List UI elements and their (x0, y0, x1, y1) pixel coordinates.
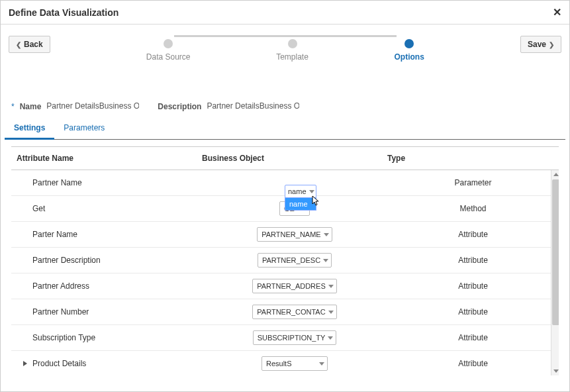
attribute-name-text: Product Details (32, 359, 86, 368)
name-field[interactable]: Partner DetailsBusiness Ob (46, 101, 139, 111)
cell-type: Parameter (387, 178, 559, 187)
tabstrip: Settings Parameters (5, 118, 565, 140)
scroll-up-icon[interactable] (553, 173, 559, 176)
col-type: Type (387, 154, 559, 163)
business-object-value: PARTNER_NAME (261, 230, 320, 238)
cell-attribute-name: Partner Address (17, 281, 202, 291)
close-icon[interactable]: ✕ (553, 6, 561, 19)
attribute-name-text: Partner Number (32, 307, 89, 317)
name-label: Name (20, 102, 42, 111)
description-label: Description (158, 102, 201, 111)
modal-title: Define Data Visualization (9, 7, 119, 18)
business-object-select[interactable]: SUBSCRIPTION_TY (253, 330, 337, 345)
step-label: Data Source (146, 52, 191, 62)
step-template[interactable]: Template (276, 39, 309, 62)
business-object-value: PARTNER_CONTAC (257, 308, 325, 316)
table-body: name name Partner NameParameterGetGEMeth… (11, 170, 559, 375)
back-button-label: Back (24, 40, 43, 49)
cell-attribute-name: Get (17, 204, 202, 213)
dropdown-value: name (288, 187, 307, 195)
mouse-cursor-icon (312, 195, 322, 208)
cell-business-object: PARTNER_DESC (202, 253, 387, 268)
step-circle-icon (164, 39, 173, 48)
chevron-right-icon: ❯ (549, 41, 554, 48)
cell-business-object: ResultS (202, 356, 387, 371)
cell-type: Attribute (387, 230, 559, 239)
step-options[interactable]: Options (394, 39, 424, 62)
cell-attribute-name: Partner Number (17, 307, 202, 317)
table-header: Attribute Name Business Object Type (11, 147, 559, 170)
table-row: Parter NamePARTNER_NAMEAttribute (11, 222, 559, 248)
table-row: Partner AddressPARTNER_ADDRESAttribute (11, 273, 559, 299)
content-area: * Name Partner DetailsBusiness Ob Descri… (1, 71, 569, 391)
save-button[interactable]: Save ❯ (520, 36, 561, 53)
chevron-down-icon (328, 311, 334, 314)
cell-business-object: PARTNER_CONTAC (202, 305, 387, 319)
table-row: Partner DescriptionPARTNER_DESCAttribute (11, 248, 559, 273)
stepper-line (279, 35, 396, 37)
business-object-select[interactable]: ResultS (261, 356, 328, 371)
wizard-toolbar: ❮ Back Data Source Template Options (1, 24, 569, 71)
scroll-down-icon[interactable] (553, 369, 559, 373)
cell-attribute-name: Partner Description (17, 256, 202, 265)
save-button-label: Save (528, 40, 546, 49)
business-object-value: SUBSCRIPTION_TY (258, 334, 326, 342)
business-object-value: PARTNER_ADDRES (257, 282, 326, 290)
business-object-select[interactable]: PARTNER_CONTAC (252, 305, 336, 319)
cell-attribute-name: Partner Name (17, 178, 202, 187)
expand-icon[interactable] (23, 361, 27, 366)
step-data-source[interactable]: Data Source (146, 39, 191, 62)
step-circle-icon (404, 39, 414, 48)
cell-business-object: PARTNER_NAME (202, 227, 387, 242)
stepper-line (174, 35, 280, 37)
cell-attribute-name: Parter Name (17, 230, 202, 239)
step-circle-icon (288, 39, 297, 48)
cell-type: Attribute (387, 256, 559, 265)
table-row: Product DetailsResultSAttribute (11, 351, 559, 375)
attribute-name-text: Get (32, 204, 45, 213)
cell-type: Attribute (387, 333, 559, 342)
business-object-value: PARTNER_DESC (262, 256, 320, 264)
step-label: Template (276, 52, 309, 62)
attribute-name-text: Parter Name (32, 230, 77, 239)
cell-type: Attribute (387, 307, 559, 317)
attribute-name-text: Subscription Type (32, 333, 95, 342)
tab-settings[interactable]: Settings (5, 118, 54, 140)
col-attribute-name: Attribute Name (17, 154, 202, 163)
cell-attribute-name: Subscription Type (17, 333, 202, 342)
table-row: Subscription TypeSUBSCRIPTION_TYAttribut… (11, 325, 559, 351)
cell-business-object: PARTNER_ADDRES (202, 279, 387, 293)
description-field[interactable]: Partner DetailsBusiness Ob (207, 101, 299, 111)
vertical-scrollbar[interactable] (551, 170, 559, 375)
scroll-thumb[interactable] (552, 179, 559, 325)
business-object-value: ResultS (266, 360, 316, 368)
table-row: Partner NumberPARTNER_CONTACAttribute (11, 299, 559, 325)
attribute-name-text: Partner Name (32, 178, 82, 187)
chevron-down-icon (323, 259, 328, 262)
attribute-name-text: Partner Address (32, 281, 89, 291)
business-object-select[interactable]: PARTNER_DESC (258, 253, 332, 268)
chevron-down-icon (328, 285, 334, 288)
chevron-down-icon (319, 362, 324, 366)
chevron-down-icon (309, 190, 314, 193)
step-label: Options (394, 52, 424, 62)
cell-type: Attribute (387, 359, 559, 368)
business-object-select[interactable]: PARTNER_ADDRES (252, 279, 337, 293)
cell-business-object: SUBSCRIPTION_TY (202, 330, 387, 345)
back-button[interactable]: ❮ Back (9, 36, 50, 53)
chevron-down-icon (324, 233, 329, 236)
attribute-name-text: Partner Description (32, 256, 101, 265)
col-business-object: Business Object (202, 154, 387, 163)
required-indicator: * (11, 102, 15, 111)
cell-type: Method (387, 204, 559, 213)
business-object-select[interactable]: PARTNER_NAME (257, 227, 332, 242)
tab-parameters[interactable]: Parameters (54, 118, 114, 139)
modal-define-data-visualization: Define Data Visualization ✕ ❮ Back Data … (0, 0, 570, 392)
chevron-down-icon (328, 336, 333, 340)
chevron-left-icon: ❮ (16, 41, 21, 48)
cell-attribute-name: Product Details (17, 359, 202, 368)
cell-type: Attribute (387, 281, 559, 291)
form-row: * Name Partner DetailsBusiness Ob Descri… (1, 97, 569, 118)
titlebar: Define Data Visualization ✕ (1, 1, 569, 24)
attribute-table: Attribute Name Business Object Type name… (11, 146, 559, 375)
